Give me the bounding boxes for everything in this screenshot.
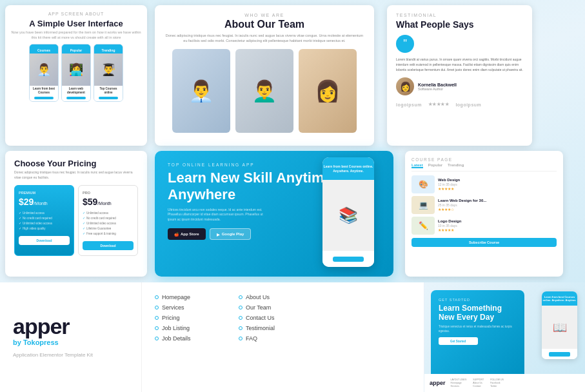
course-stars-2: ★★★★☆	[438, 207, 486, 211]
hero-phone-login-btn[interactable]	[333, 257, 364, 262]
reviewer-name: Kornelia Backwell	[418, 83, 457, 87]
phone-screen-1: Courses 👨‍💼 Learn from best Courses	[30, 44, 58, 101]
reviewer-info: Kornelia Backwell Software Author	[418, 83, 457, 91]
plan-feature-3: Unlimited video access	[19, 221, 70, 225]
tab-trending[interactable]: Trending	[448, 163, 464, 168]
testimonial-label: TESTIMONIAL	[396, 13, 523, 17]
team-photos: 👨‍💼 👨‍🦱 👩	[164, 49, 365, 133]
google-play-label: Google Play	[222, 232, 244, 236]
tab-latest[interactable]: Latest	[411, 163, 423, 168]
strip-item-1: LAYOUT LINES	[451, 378, 467, 381]
nav-pricing-label: Pricing	[162, 315, 180, 321]
phone-text-3: Top Courses online	[94, 86, 123, 96]
hero-phone-header: Learn from best Courses online. Anywhere…	[322, 157, 374, 180]
nav-services[interactable]: Services	[155, 304, 239, 311]
hero-phone-float: Learn from best Courses online. Anywhere…	[322, 157, 374, 267]
strip-item-2: Homepage	[451, 382, 467, 384]
preview-label: GET STARTED	[439, 298, 517, 302]
preview-phone-login-btn[interactable]	[549, 352, 570, 357]
pricing-plan-pro: PRO $59/Month Unlimited access No credit…	[78, 185, 138, 256]
course-item-3: ✏️ Logo Design 10 in 35 days ★★★★★	[411, 217, 557, 235]
pricing-plans: PREMIUM $29/Month Unlimited access No cr…	[14, 185, 138, 256]
app-screen-title: A Simple User Interface	[10, 19, 142, 28]
plan-feature-p4: Lifetime Guarantee	[83, 226, 134, 230]
phone-btn-2[interactable]	[66, 97, 86, 99]
app-store-label: App Store	[181, 232, 199, 236]
nav-contact-us[interactable]: Contact Us	[239, 315, 322, 321]
team-photo-1: 👨‍💼	[172, 49, 230, 133]
nav-faq[interactable]: FAQ	[239, 335, 322, 342]
nav-dot-9	[239, 326, 243, 330]
plan-btn-premium[interactable]: Download	[19, 236, 70, 245]
apple-icon: 🍎	[174, 232, 179, 237]
phone-btn-1[interactable]	[34, 97, 54, 99]
hero-phone-text: Learn from best Courses online. Anywhere…	[322, 164, 374, 173]
phone-header-3: Trending	[94, 44, 123, 53]
reviewer-role: Software Author	[418, 87, 457, 91]
main-wrapper: APP SCREEN ABOUT A Simple User Interface…	[0, 0, 585, 392]
nav-about-us[interactable]: About Us	[239, 294, 322, 300]
nav-dot-10	[239, 337, 243, 340]
tab-popular[interactable]: Popular	[428, 163, 442, 168]
plan-price-premium: $29/Month	[19, 197, 70, 207]
strip-item-6: Contact	[473, 385, 484, 387]
plan-feature-p3: Unlimited video access	[83, 221, 134, 225]
preview-desc: Tristique senectus et netus et malesuada…	[439, 325, 517, 334]
brand-by: by Tokopress	[13, 338, 128, 346]
phone-screen-2: Popular 👩‍💻 Learn web development	[62, 44, 90, 101]
plan-btn-pro[interactable]: Download	[83, 241, 134, 250]
plan-feature-p1: Unlimited access	[83, 211, 134, 215]
nav-dot-3	[155, 316, 159, 320]
hero-card: TOP ONLINE LEARNING APP Learn New Skill …	[155, 151, 393, 277]
nav-job-details[interactable]: Job Details	[155, 335, 239, 342]
nav-job-listing-label: Job Listing	[162, 325, 190, 331]
app-screen-label: APP SCREEN ABOUT	[10, 12, 142, 16]
preview-strip-cols: LAYOUT LINES Homepage Services SUPPORT A…	[451, 378, 504, 387]
quote-icon: "	[396, 35, 414, 53]
hero-desc: Ultrices tincidunt arcu non sodales nequ…	[168, 208, 271, 222]
nav-homepage[interactable]: Homepage	[155, 294, 239, 300]
plan-feature-p2: No credit card required	[83, 216, 134, 220]
nav-faq-label: FAQ	[246, 335, 257, 342]
nav-job-listing[interactable]: Job Listing	[155, 325, 239, 331]
nav-job-details-label: Job Details	[162, 335, 191, 342]
phone-header-1: Courses	[30, 44, 58, 53]
app-store-button[interactable]: 🍎 App Store	[168, 228, 206, 240]
brand-section: apper by Tokopress Application Elementor…	[0, 282, 142, 392]
brand-description: Application Elementor Template Kit	[13, 351, 128, 358]
plan-features-premium: Unlimited access No credit card required…	[19, 211, 70, 230]
course-app-label: COURSE PAGE	[411, 157, 557, 162]
about-team-card: WHO WE ARE About Our Team Donec adipisci…	[155, 5, 374, 146]
preview-phone-body: 📖	[542, 306, 577, 349]
testimonial-quote: Lorem blandit at varius purus. In ornare…	[396, 57, 523, 72]
phone-person-2: 👩‍💻	[62, 54, 90, 86]
phone-btn-3[interactable]	[99, 97, 119, 99]
subscribe-course-button[interactable]: Subscribe Course	[411, 238, 557, 247]
nav-our-team[interactable]: Our Team	[239, 304, 322, 311]
about-team-desc: Donec adipiscing tristique risus nec feu…	[164, 33, 365, 44]
nav-dot-4	[155, 326, 159, 330]
brand-name: apper	[13, 315, 128, 337]
phone-mock-2: Popular 👩‍💻 Learn web development	[61, 44, 91, 102]
preview-phone-footer	[542, 349, 577, 359]
phone-mock-1: Courses 👨‍💼 Learn from best Courses	[29, 44, 59, 102]
nav-dot-1	[155, 295, 159, 299]
course-list: 🎨 Web Design 12 in 35 days ★★★★★ 💻 Learn…	[411, 175, 557, 235]
nav-testimonial[interactable]: Testimonial	[239, 325, 322, 331]
about-team-title: About Our Team	[164, 19, 365, 30]
nav-pricing[interactable]: Pricing	[155, 315, 239, 321]
course-item-2: 💻 Learn Web Design for 30... 25 in 35 da…	[411, 196, 557, 214]
course-stars-3: ★★★★★	[438, 228, 461, 232]
phone-header-label-1: Courses	[37, 48, 50, 52]
course-title-3: Logo Design	[438, 219, 461, 223]
strip-item-5: About Us	[473, 382, 484, 384]
google-play-button[interactable]: ▶ Google Play	[210, 228, 252, 240]
course-app-card: COURSE PAGE Latest Popular Trending 🎨 We…	[405, 151, 563, 277]
play-icon: ▶	[217, 232, 220, 237]
nav-dot-8	[239, 316, 243, 320]
t-logo-2: ★★★★★	[428, 102, 450, 107]
preview-btn[interactable]: Get Started	[439, 337, 478, 345]
pricing-desc: Donec adipiscing tristique risus nec feu…	[14, 170, 138, 180]
plan-feature-p5: Free support & training	[83, 231, 134, 235]
reviewer-avatar: 👩	[396, 77, 414, 95]
